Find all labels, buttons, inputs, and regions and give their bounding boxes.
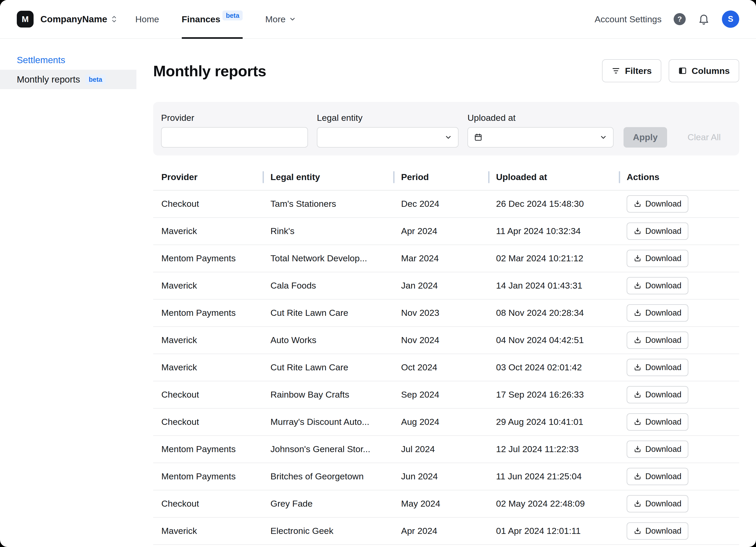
download-button[interactable]: Download bbox=[627, 277, 688, 294]
table-row: Checkout Murray's Discount Auto... Aug 2… bbox=[153, 409, 739, 436]
provider-filter-label: Provider bbox=[161, 113, 308, 123]
cell-actions: Download bbox=[627, 386, 739, 403]
filters-button[interactable]: Filters bbox=[602, 59, 661, 82]
navbar-right: Account Settings ? S bbox=[595, 10, 739, 28]
cell-legal-entity: Cut Rite Lawn Care bbox=[270, 308, 401, 318]
company-name: CompanyName bbox=[40, 14, 107, 24]
download-icon bbox=[633, 500, 642, 508]
sidebar-item-monthly-reports[interactable]: Monthly reports beta bbox=[0, 70, 136, 89]
columns-button-label: Columns bbox=[692, 66, 730, 76]
nav-finances[interactable]: Finances beta bbox=[171, 0, 254, 38]
cell-uploaded-at: 08 Nov 2024 20:28:34 bbox=[496, 308, 627, 318]
cell-uploaded-at: 14 Jan 2024 01:43:31 bbox=[496, 280, 627, 291]
uploaded-at-select[interactable] bbox=[467, 127, 614, 148]
download-button[interactable]: Download bbox=[627, 495, 688, 512]
cell-legal-entity: Cut Rite Lawn Care bbox=[270, 362, 401, 372]
up-down-chevron-icon bbox=[110, 15, 118, 24]
columns-button[interactable]: Columns bbox=[669, 59, 739, 82]
sidebar-item-settlements[interactable]: Settlements bbox=[0, 50, 136, 70]
table-header-row: Provider Legal entity Period Uploaded at… bbox=[153, 164, 739, 191]
download-button[interactable]: Download bbox=[627, 522, 688, 540]
download-button-label: Download bbox=[645, 281, 682, 290]
help-icon[interactable]: ? bbox=[674, 13, 686, 25]
top-navbar: M CompanyName Home Finances beta More bbox=[0, 0, 756, 39]
download-button[interactable]: Download bbox=[627, 195, 688, 213]
legal-entity-filter-label: Legal entity bbox=[317, 113, 459, 123]
download-button-label: Download bbox=[645, 417, 682, 427]
nav-finances-label: Finances bbox=[182, 14, 220, 24]
sidebar: Settlements Monthly reports beta bbox=[0, 39, 136, 547]
cell-uploaded-at: 11 Apr 2024 10:32:34 bbox=[496, 226, 627, 236]
cell-period: Dec 2024 bbox=[401, 199, 496, 209]
column-header-legal-entity[interactable]: Legal entity bbox=[270, 172, 401, 182]
filters-button-label: Filters bbox=[625, 66, 652, 76]
cell-uploaded-at: 26 Dec 2024 15:48:30 bbox=[496, 199, 627, 209]
download-button[interactable]: Download bbox=[627, 359, 688, 376]
account-settings-link[interactable]: Account Settings bbox=[595, 14, 662, 24]
filter-panel: Provider Legal entity bbox=[153, 102, 739, 156]
cell-provider: Checkout bbox=[161, 417, 270, 427]
column-header-actions[interactable]: Actions bbox=[627, 172, 739, 182]
bell-icon[interactable] bbox=[698, 13, 710, 25]
cell-uploaded-at: 01 Apr 2024 12:01:11 bbox=[496, 526, 627, 536]
beta-badge: beta bbox=[85, 74, 105, 84]
cell-legal-entity: Cala Foods bbox=[270, 280, 401, 291]
table-row: Maverick Cut Rite Lawn Care Oct 2024 03 … bbox=[153, 354, 739, 381]
column-header-provider[interactable]: Provider bbox=[161, 172, 270, 182]
cell-legal-entity: Johnson's General Stor... bbox=[270, 444, 401, 454]
download-button[interactable]: Download bbox=[627, 331, 688, 349]
download-icon bbox=[633, 227, 642, 235]
download-button[interactable]: Download bbox=[627, 250, 688, 267]
cell-actions: Download bbox=[627, 522, 739, 540]
cell-uploaded-at: 02 Mar 2024 10:21:12 bbox=[496, 253, 627, 264]
column-header-period[interactable]: Period bbox=[401, 172, 496, 182]
columns-icon bbox=[678, 66, 687, 75]
company-logo: M bbox=[17, 11, 34, 28]
cell-uploaded-at: 04 Nov 2024 04:42:51 bbox=[496, 335, 627, 345]
page-title: Monthly reports bbox=[153, 62, 266, 80]
cell-period: Apr 2024 bbox=[401, 526, 496, 536]
cell-legal-entity: Murray's Discount Auto... bbox=[270, 417, 401, 427]
cell-provider: Checkout bbox=[161, 389, 270, 400]
cell-legal-entity: Grey Fade bbox=[270, 498, 401, 509]
download-icon bbox=[633, 527, 642, 535]
download-button-label: Download bbox=[645, 472, 682, 481]
cell-actions: Download bbox=[627, 277, 739, 294]
download-button[interactable]: Download bbox=[627, 223, 688, 240]
cell-period: Jul 2024 bbox=[401, 444, 496, 454]
cell-provider: Checkout bbox=[161, 498, 270, 509]
cell-period: Apr 2024 bbox=[401, 226, 496, 236]
download-icon bbox=[633, 445, 642, 453]
download-button-label: Download bbox=[645, 254, 682, 263]
company-switcher[interactable]: CompanyName bbox=[40, 14, 118, 24]
nav-home[interactable]: Home bbox=[124, 0, 171, 38]
download-icon bbox=[633, 472, 642, 480]
download-button[interactable]: Download bbox=[627, 386, 688, 403]
download-button[interactable]: Download bbox=[627, 304, 688, 321]
cell-provider: Maverick bbox=[161, 280, 270, 291]
cell-legal-entity: Electronic Geek bbox=[270, 526, 401, 536]
provider-filter-input[interactable] bbox=[161, 127, 308, 148]
cell-period: Jan 2024 bbox=[401, 280, 496, 291]
download-button[interactable]: Download bbox=[627, 468, 688, 485]
calendar-icon bbox=[474, 133, 483, 142]
table-row: Maverick Auto Works Nov 2024 04 Nov 2024… bbox=[153, 327, 739, 354]
download-button-label: Download bbox=[645, 227, 682, 236]
download-icon bbox=[633, 418, 642, 426]
cell-legal-entity: Total Network Develop... bbox=[270, 253, 401, 264]
legal-entity-select[interactable] bbox=[317, 127, 459, 148]
cell-period: May 2024 bbox=[401, 498, 496, 509]
nav-more[interactable]: More bbox=[254, 0, 307, 38]
user-avatar[interactable]: S bbox=[722, 10, 739, 28]
column-header-uploaded-at[interactable]: Uploaded at bbox=[496, 172, 627, 182]
cell-period: Mar 2024 bbox=[401, 253, 496, 264]
sidebar-item-label: Monthly reports bbox=[17, 74, 80, 85]
cell-legal-entity: Rainbow Bay Crafts bbox=[270, 389, 401, 400]
clear-all-button[interactable]: Clear All bbox=[688, 132, 721, 142]
download-icon bbox=[633, 336, 642, 344]
apply-button[interactable]: Apply bbox=[624, 127, 667, 148]
uploaded-at-filter-label: Uploaded at bbox=[467, 113, 614, 123]
download-button[interactable]: Download bbox=[627, 441, 688, 458]
download-button[interactable]: Download bbox=[627, 413, 688, 431]
cell-provider: Mentom Payments bbox=[161, 308, 270, 318]
